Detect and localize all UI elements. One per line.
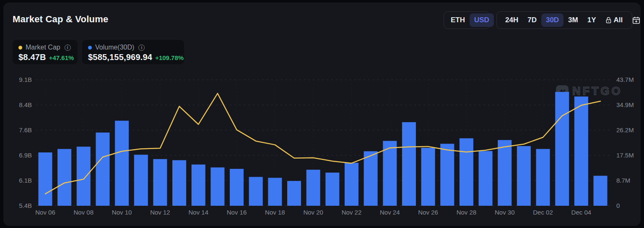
x-axis-label: Dec 02: [533, 209, 553, 216]
volume-bar[interactable]: [306, 170, 320, 206]
x-axis-label: Nov 28: [457, 209, 477, 216]
volume-bar[interactable]: [498, 140, 512, 206]
volume-bar[interactable]: [172, 160, 186, 206]
right-axis-tick-label: 8.7M: [616, 177, 630, 184]
left-axis-tick-label: 5.4B: [19, 202, 32, 209]
volume-bar[interactable]: [287, 181, 301, 206]
left-axis-tick-label: 6.1B: [19, 177, 32, 184]
volume-bar[interactable]: [192, 165, 205, 206]
volume-bar[interactable]: [574, 97, 588, 206]
x-axis-label: Nov 24: [380, 209, 400, 216]
right-axis-tick-label: 0: [616, 202, 620, 209]
x-axis-label: Nov 18: [265, 209, 285, 216]
volume-bar[interactable]: [517, 146, 531, 206]
x-axis-label: Nov 08: [74, 209, 94, 216]
x-axis-label: Nov 06: [35, 209, 55, 216]
volume-bar[interactable]: [402, 122, 416, 206]
market-cap-volume-chart[interactable]: 9.1B43.7M8.4B34.9M7.6B26.2M6.9B17.5M6.1B…: [0, 0, 644, 228]
volume-bar[interactable]: [268, 178, 282, 206]
x-axis-label: Nov 10: [112, 209, 132, 216]
right-axis-tick-label: 43.7M: [616, 76, 634, 83]
volume-bar[interactable]: [115, 121, 129, 206]
volume-bar[interactable]: [383, 141, 397, 206]
left-axis-tick-label: 6.9B: [19, 152, 32, 159]
volume-bar[interactable]: [345, 163, 358, 206]
volume-bar[interactable]: [249, 177, 263, 206]
volume-bar[interactable]: [39, 152, 52, 206]
volume-bar[interactable]: [57, 149, 71, 206]
volume-bar[interactable]: [364, 151, 378, 206]
x-axis-label: Dec 04: [571, 209, 592, 216]
volume-bar[interactable]: [421, 148, 435, 206]
right-axis-tick-label: 34.9M: [616, 101, 634, 108]
left-axis-tick-label: 8.4B: [19, 101, 32, 108]
volume-bar[interactable]: [210, 168, 224, 206]
x-axis-label: Nov 20: [303, 209, 323, 216]
volume-bar[interactable]: [479, 151, 493, 206]
left-axis-tick-label: 7.6B: [19, 126, 32, 134]
left-axis-tick-label: 9.1B: [19, 76, 32, 83]
volume-bar[interactable]: [594, 176, 608, 206]
volume-bar[interactable]: [96, 133, 109, 206]
volume-bar[interactable]: [77, 147, 91, 206]
x-axis-label: Nov 26: [418, 209, 438, 216]
volume-bar[interactable]: [134, 155, 148, 206]
volume-bar[interactable]: [460, 138, 473, 206]
right-axis-tick-label: 17.5M: [616, 152, 634, 159]
x-axis-label: Nov 22: [342, 209, 362, 216]
x-axis-label: Nov 30: [495, 209, 515, 216]
volume-bar[interactable]: [555, 92, 569, 206]
x-axis-label: Nov 14: [188, 209, 208, 216]
right-axis-tick-label: 26.2M: [616, 126, 634, 134]
volume-bar[interactable]: [325, 173, 339, 206]
x-axis-label: Nov 12: [150, 209, 170, 216]
volume-bar[interactable]: [440, 144, 454, 206]
volume-bar[interactable]: [230, 169, 244, 206]
volume-bar[interactable]: [536, 149, 550, 206]
x-axis-label: Nov 16: [227, 209, 247, 216]
volume-bar[interactable]: [153, 159, 167, 206]
